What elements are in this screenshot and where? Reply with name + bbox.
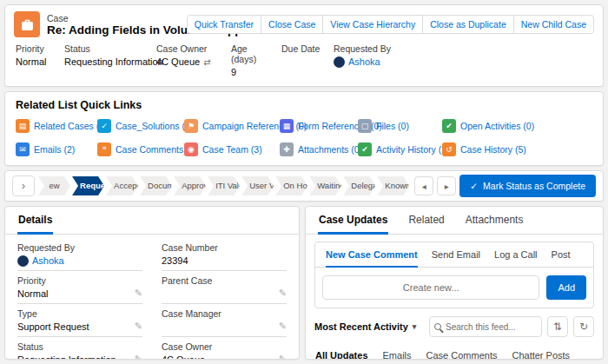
quick-links-grid: ▤Related Cases (0) ✓Case_Solutions (0) ⚑… (16, 119, 592, 156)
activity-history-icon: ✔ (358, 142, 372, 156)
edit-icon[interactable]: ✎ (135, 288, 142, 299)
details-card: Details Requested By Ashoka Case Number … (4, 206, 300, 360)
path-scroll-right-button[interactable]: ▸ (437, 176, 456, 195)
highlight-requested-by: Requested By Ashoka (334, 43, 592, 77)
feed-search-box (429, 316, 542, 337)
highlight-case-owner: Case Owner 4C Queue⇄ (156, 43, 231, 77)
collapse-posts-icon[interactable]: ⇅ (547, 316, 568, 337)
quick-link-case-comments: ❝Case Comments (4) (97, 142, 184, 156)
field-case-manager: Case Manager ✎ (162, 306, 287, 337)
feed-tab-case-comments[interactable]: Case Comments (426, 347, 499, 360)
path-stage-requesting-information[interactable]: Requestin... (72, 176, 104, 195)
search-icon (434, 323, 441, 330)
quick-link-case-team: ◉Case Team (3) (184, 142, 280, 156)
path-stage-documentation[interactable]: Documen... (140, 176, 172, 195)
path-stage-on-hold[interactable]: On Hold (275, 176, 307, 195)
avatar (334, 56, 345, 68)
edit-icon[interactable]: ✎ (135, 354, 142, 360)
tab-case-updates[interactable]: Case Updates (318, 207, 388, 235)
check-icon: ✓ (470, 181, 478, 191)
tab-details[interactable]: Details (17, 207, 53, 235)
case-icon (14, 11, 40, 37)
open-activities-icon: ✔ (442, 119, 456, 133)
path-stage-known-issue[interactable]: Known I... (377, 176, 409, 195)
tab-post[interactable]: Post (552, 242, 571, 268)
requested-by-link[interactable]: Ashoka (32, 255, 64, 266)
add-button[interactable]: Add (546, 275, 586, 300)
feed-sort-dropdown[interactable]: Most Recent Activity ▾ (314, 321, 424, 332)
quick-link-case-solutions: ✓Case_Solutions (0) (97, 119, 184, 133)
edit-icon[interactable]: ✎ (279, 288, 287, 299)
emails-icon: ✉ (16, 142, 30, 156)
path-stage-user-validation[interactable]: User Valid... (241, 176, 274, 195)
feed-search-input[interactable] (441, 322, 537, 332)
highlight-due-date: Due Date (281, 43, 334, 77)
create-new-input[interactable] (322, 275, 539, 300)
case-comments-icon: ❝ (97, 142, 111, 156)
change-owner-icon[interactable]: ✎ (279, 354, 287, 360)
field-type: Type Support Request ✎ (17, 306, 142, 337)
header-card: Case Re: Adding Fields in Volunteer Appl… (4, 4, 604, 87)
path-stages: ew Requestin... Acceptan... Documen... A… (38, 176, 411, 195)
quick-link-emails: ✉Emails (2) (16, 142, 97, 156)
highlights-panel: Priority Normal Status Requesting Inform… (5, 40, 603, 86)
header-actions: Quick Transfer Close Case View Case Hier… (188, 15, 594, 34)
form-references-icon: ▦ (280, 119, 294, 133)
new-child-case-button[interactable]: New Child Case (513, 15, 594, 34)
path-stage-acceptance[interactable]: Acceptan... (106, 176, 138, 195)
feed-filter-tabs: All Updates Emails Case Comments Chatter… (314, 347, 594, 360)
details-fields: Requested By Ashoka Case Number 23394 Pr… (5, 235, 299, 360)
tab-log-a-call[interactable]: Log a Call (494, 242, 538, 268)
campaign-references-icon: ⚑ (184, 119, 198, 133)
requested-by-link[interactable]: Ashoka (348, 56, 380, 67)
tab-related[interactable]: Related (407, 207, 445, 235)
case-solutions-icon: ✓ (97, 119, 111, 133)
highlight-status: Status Requesting Information (64, 43, 156, 77)
path-stage-delegated[interactable]: Delegated (343, 176, 375, 195)
field-status: Status Requesting Information ✎ (17, 339, 142, 360)
path-scroll-left-button[interactable]: ◂ (414, 176, 433, 195)
mark-status-complete-button[interactable]: ✓ Mark Status as Complete (459, 175, 596, 197)
quick-link-files: ▢Files (0) (358, 119, 442, 133)
related-list-quick-links-card: Related List Quick Links ▤Related Cases … (4, 91, 604, 166)
feed-tab-emails[interactable]: Emails (382, 347, 413, 360)
quick-link-related-cases: ▤Related Cases (0) (16, 119, 97, 133)
attachments-icon: ✚ (280, 142, 294, 156)
tab-send-email[interactable]: Send Email (432, 242, 480, 268)
tab-attachments[interactable]: Attachments (465, 207, 525, 235)
close-case-button[interactable]: Close Case (261, 15, 323, 34)
tab-new-case-comment[interactable]: New Case Comment (326, 242, 418, 268)
case-updates-card: Case Updates Related Attachments New Cas… (305, 206, 604, 360)
related-cases-icon: ▤ (16, 119, 30, 133)
quick-transfer-button[interactable]: Quick Transfer (187, 15, 261, 34)
feed-tab-chatter-posts[interactable]: Chatter Posts (511, 347, 571, 360)
quick-link-activity-history: ✔Activity History (1) (358, 142, 442, 156)
feed-tab-all-updates[interactable]: All Updates (314, 347, 369, 360)
quick-link-form-references: ▦Form References (0) (280, 119, 358, 133)
field-case-number: Case Number 23394 (162, 240, 287, 271)
close-as-duplicate-button[interactable]: Close as Duplicate (422, 15, 514, 34)
quick-link-open-activities: ✔Open Activities (0) (442, 119, 592, 133)
quick-links-title: Related List Quick Links (16, 99, 592, 111)
path-stage-waiting[interactable]: Waiting o... (309, 176, 341, 195)
path-stage-iti-validation[interactable]: ITI Validat... (208, 176, 240, 195)
quick-link-campaign-references: ⚑Campaign References (0) (184, 119, 280, 133)
edit-icon[interactable]: ✎ (279, 321, 287, 332)
path-bar: › ew Requestin... Acceptan... Documen...… (4, 170, 604, 202)
path-expand-toggle[interactable]: › (12, 175, 35, 196)
change-owner-icon[interactable]: ⇄ (203, 57, 210, 67)
publisher-composer: New Case Comment Send Email Log a Call P… (314, 242, 594, 308)
quick-link-case-history: ↺Case History (5) (442, 142, 592, 156)
path-stage-new[interactable]: ew (38, 176, 70, 195)
refresh-icon[interactable]: ↻ (573, 316, 594, 337)
case-team-icon: ◉ (184, 142, 198, 156)
path-stage-approved[interactable]: Approved... (174, 176, 206, 195)
case-record-page: Case Re: Adding Fields in Volunteer Appl… (0, 0, 608, 364)
field-case-owner: Case Owner 4C Queue ✎ (162, 339, 287, 360)
avatar (17, 255, 29, 267)
view-case-hierarchy-button[interactable]: View Case Hierarchy (322, 15, 423, 34)
case-history-icon: ↺ (442, 142, 456, 156)
highlight-age-days: Age (days) 9 (231, 43, 281, 77)
edit-icon[interactable]: ✎ (135, 321, 142, 332)
highlight-priority: Priority Normal (16, 43, 64, 77)
